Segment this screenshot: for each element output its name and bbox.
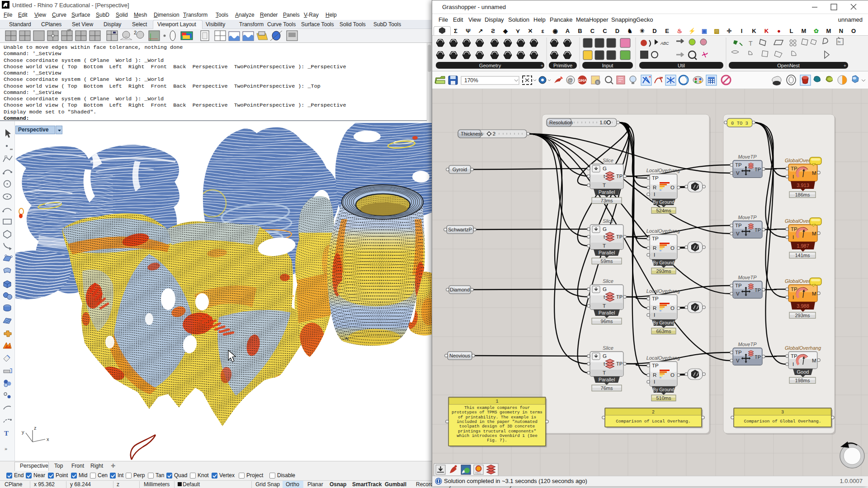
svg-text:293ms: 293ms: [795, 313, 810, 318]
svg-text:2: 2: [493, 131, 495, 136]
svg-text:M: M: [812, 170, 816, 176]
svg-text:TP: TP: [791, 353, 797, 359]
svg-text:✚: ✚: [727, 28, 732, 34]
svg-text:V: V: [736, 291, 740, 296]
svg-text:TP: TP: [755, 167, 761, 172]
svg-text:✿: ✿: [814, 28, 819, 34]
svg-text:OpenNest: OpenNest: [777, 63, 800, 68]
svg-text:TP: TP: [791, 166, 797, 171]
svg-text:I: I: [741, 28, 743, 34]
svg-text:Neovious: Neovious: [449, 353, 470, 358]
svg-text:Slice: Slice: [603, 278, 613, 284]
svg-text:By Ground: By Ground: [653, 320, 675, 325]
svg-text:M: M: [812, 291, 816, 296]
svg-text:D: D: [652, 28, 656, 34]
svg-text:D: D: [615, 28, 619, 34]
svg-text:↗: ↗: [478, 28, 483, 34]
svg-text:1.0: 1.0: [599, 120, 606, 125]
svg-text:T: T: [603, 303, 606, 309]
svg-text:Gyroid: Gyroid: [453, 167, 467, 172]
svg-text:Parallel: Parallel: [599, 250, 615, 255]
svg-text:I: I: [793, 295, 794, 300]
svg-text:♞: ♞: [627, 28, 632, 34]
svg-text:C: C: [603, 28, 607, 34]
svg-text:✕: ✕: [528, 28, 533, 34]
svg-text:O: O: [670, 185, 675, 190]
svg-text:Fig. 7).: Fig. 7).: [487, 438, 507, 443]
svg-text:I: I: [654, 252, 655, 258]
svg-text:TP: TP: [735, 350, 742, 355]
svg-text:Diamond: Diamond: [450, 287, 470, 292]
svg-text:Good: Good: [797, 369, 809, 375]
svg-text:TP: TP: [755, 287, 761, 293]
svg-text:K: K: [752, 28, 756, 34]
svg-text:0 TO 3: 0 TO 3: [731, 121, 748, 126]
svg-text:B: B: [578, 28, 582, 34]
svg-text:TP: TP: [616, 174, 623, 179]
svg-text:I: I: [793, 361, 794, 367]
svg-text:✳: ✳: [640, 28, 645, 34]
svg-text:T: T: [603, 370, 606, 375]
svg-text:MoveTP: MoveTP: [738, 154, 757, 160]
svg-text:TP: TP: [735, 223, 742, 228]
svg-text:TP: TP: [791, 226, 797, 232]
svg-text:Parallel: Parallel: [599, 310, 615, 315]
svg-text:L: L: [790, 28, 793, 34]
svg-text:293ms: 293ms: [656, 268, 671, 274]
svg-text:TP: TP: [652, 236, 659, 241]
svg-text:◉: ◉: [552, 28, 558, 34]
svg-text:TP: TP: [735, 283, 742, 288]
svg-text:186ms: 186ms: [795, 192, 810, 197]
svg-text:59ms: 59ms: [601, 258, 613, 264]
svg-text:Resolution: Resolution: [549, 120, 573, 125]
svg-text:♨: ♨: [677, 28, 682, 34]
svg-text:MoveTP: MoveTP: [738, 215, 757, 220]
svg-text:T: T: [749, 40, 753, 47]
svg-text:2: 2: [134, 30, 137, 35]
svg-text:M: M: [812, 358, 816, 363]
svg-text:510ms: 510ms: [656, 395, 671, 401]
svg-text:LocalOverhang: LocalOverhang: [646, 355, 680, 361]
svg-text:TP: TP: [616, 361, 623, 366]
svg-text:3.913: 3.913: [797, 183, 809, 188]
svg-text:LocalOverhang: LocalOverhang: [646, 168, 680, 173]
svg-text:●: ●: [777, 28, 781, 34]
svg-text:T: T: [4, 430, 9, 437]
svg-text:TP: TP: [735, 162, 742, 168]
svg-text:ε: ε: [541, 28, 544, 34]
svg-text:I: I: [793, 174, 794, 179]
svg-text:▨: ▨: [714, 28, 719, 34]
svg-text:V: V: [736, 231, 740, 236]
svg-text:ABC: ABC: [660, 41, 669, 46]
svg-text:x: x: [47, 436, 49, 442]
svg-text:I: I: [654, 192, 655, 197]
svg-text:O: O: [851, 28, 856, 34]
svg-text:R: R: [653, 185, 656, 190]
svg-text:z: z: [34, 425, 37, 431]
svg-text:A: A: [566, 28, 570, 34]
svg-text:G: G: [603, 166, 607, 171]
svg-text:R: R: [653, 305, 656, 311]
svg-text:73ms: 73ms: [601, 198, 613, 203]
svg-text:MoveTP: MoveTP: [738, 275, 757, 280]
svg-text:LocalOverhang: LocalOverhang: [646, 228, 680, 234]
svg-text:T: T: [603, 183, 606, 188]
svg-text:K: K: [764, 28, 769, 34]
svg-text:198ms: 198ms: [795, 378, 810, 383]
svg-text:TP: TP: [616, 234, 623, 239]
svg-text:Comparison of Local Overhang.: Comparison of Local Overhang.: [616, 419, 690, 424]
svg-text:N: N: [839, 28, 843, 34]
svg-text:G: G: [603, 353, 607, 359]
svg-text:Parallel: Parallel: [599, 377, 615, 382]
svg-text:M: M: [802, 28, 807, 34]
svg-text:TP: TP: [652, 175, 659, 181]
svg-text:TP: TP: [616, 294, 623, 300]
svg-text:76ms: 76ms: [601, 385, 613, 391]
svg-text:M: M: [812, 231, 816, 236]
svg-text:y: y: [22, 429, 24, 435]
svg-text:G: G: [603, 286, 607, 292]
svg-text:I: I: [793, 235, 794, 240]
svg-text:O: O: [670, 245, 675, 251]
svg-text:⋎: ⋎: [515, 28, 520, 34]
svg-text:By Ground: By Ground: [653, 387, 675, 392]
